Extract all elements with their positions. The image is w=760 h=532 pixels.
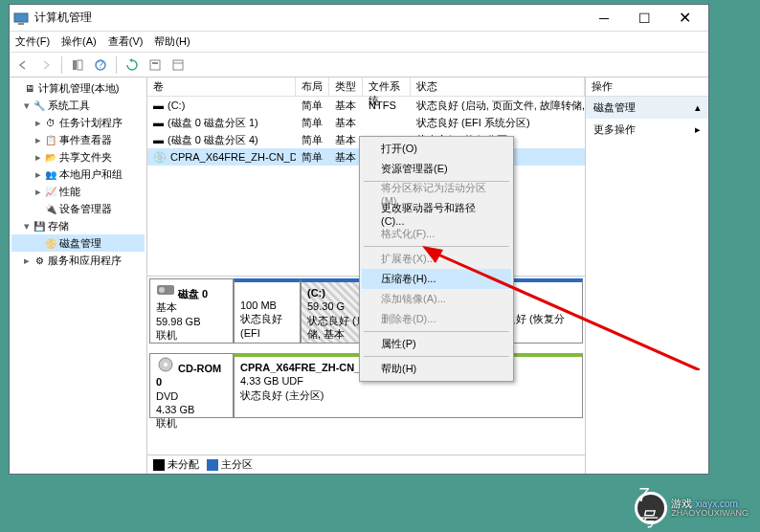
settings-button[interactable] [145, 55, 165, 75]
forward-button[interactable] [36, 55, 56, 75]
tree-root[interactable]: 🖥计算机管理(本地) [11, 79, 145, 97]
svg-rect-1 [18, 23, 24, 25]
action-button[interactable] [168, 55, 188, 75]
volume-icon: ▬ [153, 134, 164, 145]
menu-action[interactable]: 操作(A) [61, 34, 97, 49]
ctx-explorer[interactable]: 资源管理器(E) [362, 159, 511, 179]
ctx-change-drive[interactable]: 更改驱动器号和路径(C)... [362, 204, 511, 224]
volume-row[interactable]: ▬(磁盘 0 磁盘分区 1) 简单基本状态良好 (EFI 系统分区) [147, 114, 585, 131]
svg-rect-8 [173, 60, 183, 70]
col-type[interactable]: 类型 [329, 78, 363, 96]
menu-file[interactable]: 文件(F) [15, 34, 50, 49]
tree-local-users[interactable]: ▸👥本地用户和组 [11, 166, 145, 183]
watermark: 7号 游戏 xiayx.com ZHAOYOUXIWANG [635, 492, 749, 524]
tree-storage[interactable]: ▾💾存储 [11, 217, 145, 234]
svg-point-11 [159, 287, 165, 293]
volume-row[interactable]: ▬(C:) 简单基本NTFS状态良好 (启动, 页面文件, 故障转储, 基本数据… [147, 97, 585, 114]
svg-rect-3 [78, 60, 82, 70]
col-layout[interactable]: 布局 [296, 78, 329, 96]
svg-rect-6 [150, 60, 160, 70]
actions-header: 操作 [586, 78, 708, 97]
tree-task-scheduler[interactable]: ▸⏱任务计划程序 [11, 114, 145, 131]
volume-icon: ▬ [153, 100, 164, 111]
ctx-extend: 扩展卷(X)... [362, 249, 511, 269]
menubar: 文件(F) 操作(A) 查看(V) 帮助(H) [10, 32, 708, 53]
volume-icon: ▬ [153, 117, 164, 128]
svg-rect-2 [73, 60, 77, 70]
ctx-shrink[interactable]: 压缩卷(H)... [362, 269, 511, 289]
show-hide-button[interactable] [68, 55, 87, 75]
tree-event-viewer[interactable]: ▸📋事件查看器 [11, 131, 145, 148]
window-title: 计算机管理 [34, 10, 584, 26]
svg-text:?: ? [98, 58, 103, 70]
tree-shared-folders[interactable]: ▸📂共享文件夹 [11, 148, 145, 166]
actions-disk-mgmt[interactable]: 磁盘管理▴ [586, 97, 708, 119]
tree-device-manager[interactable]: 🔌设备管理器 [11, 200, 145, 217]
toolbar: ? [10, 53, 708, 78]
col-status[interactable]: 状态 [411, 78, 585, 96]
minimize-button[interactable]: ─ [584, 7, 624, 30]
actions-more[interactable]: 更多操作▸ [586, 119, 708, 141]
ctx-delete: 删除卷(D)... [362, 309, 511, 329]
actions-panel: 操作 磁盘管理▴ 更多操作▸ [586, 78, 708, 474]
refresh-button[interactable] [123, 55, 142, 75]
ctx-help[interactable]: 帮助(H) [362, 359, 511, 379]
disc-icon: 💿 [153, 151, 167, 164]
tree-performance[interactable]: ▸📈性能 [11, 183, 145, 200]
chevron-right-icon: ▸ [695, 123, 701, 136]
tree-system-tools[interactable]: ▾🔧系统工具 [11, 97, 145, 114]
titlebar: 计算机管理 ─ ☐ ✕ [10, 5, 708, 32]
ctx-format: 格式化(F)... [362, 224, 511, 244]
menu-view[interactable]: 查看(V) [108, 34, 144, 49]
tree-disk-management[interactable]: 📀磁盘管理 [11, 234, 145, 252]
svg-rect-0 [14, 13, 28, 22]
svg-rect-7 [152, 62, 158, 64]
ctx-open[interactable]: 打开(O) [362, 139, 511, 159]
disk-0-header[interactable]: 磁盘 0 基本 59.98 GB 联机 [149, 278, 234, 344]
col-fs[interactable]: 文件系统 [363, 78, 411, 96]
menu-help[interactable]: 帮助(H) [154, 34, 190, 49]
svg-point-13 [164, 363, 168, 366]
back-button[interactable] [13, 55, 33, 75]
navigation-tree[interactable]: 🖥计算机管理(本地) ▾🔧系统工具 ▸⏱任务计划程序 ▸📋事件查看器 ▸📂共享文… [10, 78, 147, 474]
maximize-button[interactable]: ☐ [624, 7, 664, 30]
legend-unallocated-icon [153, 459, 165, 471]
close-button[interactable]: ✕ [664, 7, 704, 30]
col-volume[interactable]: 卷 [147, 78, 296, 96]
ctx-properties[interactable]: 属性(P) [362, 334, 511, 354]
cdrom-header[interactable]: CD-ROM 0 DVD 4.33 GB 联机 [149, 353, 234, 418]
hdd-icon [156, 282, 175, 298]
help-button[interactable]: ? [91, 55, 110, 75]
volume-header: 卷 布局 类型 文件系统 状态 [147, 78, 585, 97]
disc-icon [156, 357, 175, 372]
legend-primary-icon [207, 459, 218, 471]
tree-services[interactable]: ▸⚙服务和应用程序 [11, 252, 145, 269]
collapse-icon: ▴ [695, 101, 701, 114]
context-menu: 打开(O) 资源管理器(E) 将分区标记为活动分区(M) 更改驱动器号和路径(C… [359, 136, 514, 382]
ctx-add-mirror: 添加镜像(A)... [362, 289, 511, 309]
legend: 未分配 主分区 [147, 454, 585, 474]
partition-efi[interactable]: 100 MB状态良好 (EFI [234, 278, 301, 344]
watermark-badge: 7号 [635, 492, 667, 524]
app-icon [13, 11, 29, 26]
